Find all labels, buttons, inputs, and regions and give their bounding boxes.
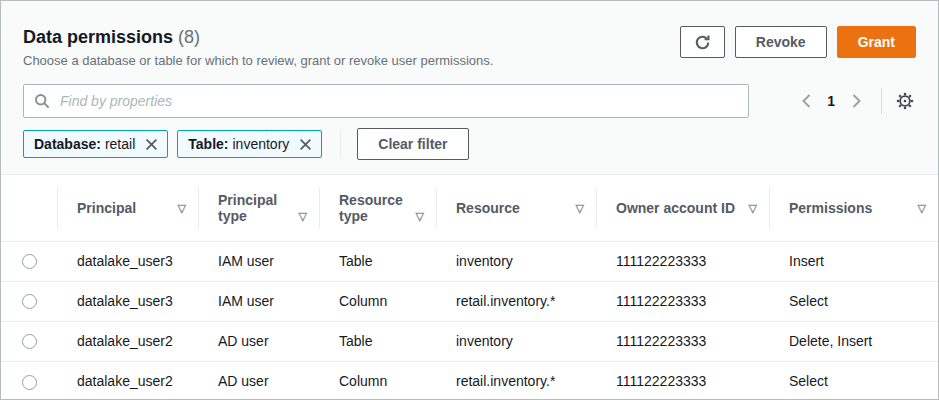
row-select-cell <box>1 241 57 281</box>
gear-icon <box>896 92 914 110</box>
cell-owner-account-id: 111122223333 <box>596 241 769 281</box>
row-select-cell <box>1 321 57 361</box>
table-row: datalake_user3 IAM user Table inventory … <box>1 241 938 281</box>
next-page-button[interactable] <box>843 88 869 114</box>
column-header-resource-type[interactable]: Resource type ▽ <box>319 175 436 241</box>
sort-icon[interactable]: ▽ <box>416 209 424 224</box>
refresh-button[interactable] <box>680 26 725 58</box>
page-description: Choose a database or table for which to … <box>23 52 493 69</box>
data-permissions-panel: Data permissions (8) Choose a database o… <box>0 0 939 400</box>
cell-resource: retail.inventory.* <box>436 281 596 321</box>
current-page-number: 1 <box>827 93 835 109</box>
search-box <box>23 84 749 118</box>
row-select-cell <box>1 361 57 400</box>
clear-filter-button[interactable]: Clear filter <box>357 128 468 160</box>
column-header-principal-type[interactable]: Principal type ▽ <box>198 175 319 241</box>
row-radio-button[interactable] <box>22 294 37 309</box>
row-radio-button[interactable] <box>22 254 37 269</box>
cell-principal-type: AD user <box>198 361 319 400</box>
filter-chip-label: Database: <box>34 136 101 152</box>
revoke-button[interactable]: Revoke <box>735 26 827 58</box>
close-icon <box>299 138 312 151</box>
sort-icon[interactable]: ▽ <box>576 201 584 216</box>
search-icon <box>34 93 50 109</box>
remove-database-filter-button[interactable] <box>145 138 158 151</box>
permissions-table: Principal ▽ Principal type ▽ Resource ty… <box>1 175 938 400</box>
sort-icon[interactable]: ▽ <box>918 201 926 216</box>
filter-chip-database: Database: retail <box>23 130 168 158</box>
page-title-text: Data permissions <box>23 27 173 47</box>
cell-resource: retail.inventory.* <box>436 361 596 400</box>
remove-table-filter-button[interactable] <box>299 138 312 151</box>
cell-resource-type: Column <box>319 281 436 321</box>
cell-resource-type: Column <box>319 361 436 400</box>
pagination-divider <box>881 88 882 114</box>
cell-principal: datalake_user2 <box>57 361 198 400</box>
filter-chip-value: inventory <box>232 136 289 152</box>
row-radio-button[interactable] <box>22 375 37 390</box>
table-row: datalake_user2 AD user Table inventory 1… <box>1 321 938 361</box>
cell-resource: inventory <box>436 241 596 281</box>
selection-column-header <box>1 175 57 241</box>
cell-resource-type: Table <box>319 241 436 281</box>
sort-icon[interactable]: ▽ <box>749 201 757 216</box>
chevron-right-icon <box>852 94 861 108</box>
column-label: Permissions <box>789 200 872 216</box>
filter-chip-value: retail <box>105 136 135 152</box>
filter-row: Database: retail Table: inventory <box>23 128 916 160</box>
cell-owner-account-id: 111122223333 <box>596 321 769 361</box>
header-row: Data permissions (8) Choose a database o… <box>23 26 916 69</box>
row-radio-button[interactable] <box>22 334 37 349</box>
cell-owner-account-id: 111122223333 <box>596 361 769 400</box>
cell-principal-type: IAM user <box>198 241 319 281</box>
cell-principal: datalake_user3 <box>57 281 198 321</box>
title-block: Data permissions (8) Choose a database o… <box>23 26 493 69</box>
refresh-icon <box>694 34 711 51</box>
pagination: 1 <box>793 88 916 114</box>
page-title: Data permissions (8) <box>23 26 493 48</box>
column-label: Resource <box>456 200 520 216</box>
header-actions: Revoke Grant <box>680 26 916 58</box>
column-header-principal[interactable]: Principal ▽ <box>57 175 198 241</box>
filter-chip-label: Table: <box>188 136 228 152</box>
cell-resource: inventory <box>436 321 596 361</box>
sort-icon[interactable]: ▽ <box>178 201 186 216</box>
sort-icon[interactable]: ▽ <box>299 209 307 224</box>
cell-principal: datalake_user2 <box>57 321 198 361</box>
cell-permissions: Select <box>769 281 938 321</box>
cell-permissions: Delete, Insert <box>769 321 938 361</box>
filter-chip-table: Table: inventory <box>177 130 322 158</box>
cell-principal: datalake_user3 <box>57 241 198 281</box>
column-label: Owner account ID <box>616 200 735 216</box>
previous-page-button[interactable] <box>793 88 819 114</box>
preferences-button[interactable] <box>894 90 916 112</box>
cell-principal-type: AD user <box>198 321 319 361</box>
search-input[interactable] <box>58 92 738 110</box>
cell-resource-type: Table <box>319 321 436 361</box>
column-header-owner-account-id[interactable]: Owner account ID ▽ <box>596 175 769 241</box>
cell-owner-account-id: 111122223333 <box>596 281 769 321</box>
filter-divider <box>340 129 341 159</box>
column-label: Principal type <box>218 192 295 224</box>
close-icon <box>145 138 158 151</box>
permissions-table-container: Principal ▽ Principal type ▽ Resource ty… <box>1 174 938 400</box>
cell-permissions: Insert <box>769 241 938 281</box>
search-row: 1 <box>23 84 916 118</box>
grant-button[interactable]: Grant <box>837 26 916 58</box>
column-header-permissions[interactable]: Permissions ▽ <box>769 175 938 241</box>
table-row: datalake_user3 IAM user Column retail.in… <box>1 281 938 321</box>
row-select-cell <box>1 281 57 321</box>
cell-principal-type: IAM user <box>198 281 319 321</box>
column-label: Principal <box>77 200 136 216</box>
chevron-left-icon <box>802 94 811 108</box>
table-row: datalake_user2 AD user Column retail.inv… <box>1 361 938 400</box>
cell-permissions: Select <box>769 361 938 400</box>
column-header-resource[interactable]: Resource ▽ <box>436 175 596 241</box>
panel-top: Data permissions (8) Choose a database o… <box>1 1 938 160</box>
item-count-badge: (8) <box>178 27 200 47</box>
column-label: Resource type <box>339 192 412 224</box>
table-header-row: Principal ▽ Principal type ▽ Resource ty… <box>1 175 938 241</box>
